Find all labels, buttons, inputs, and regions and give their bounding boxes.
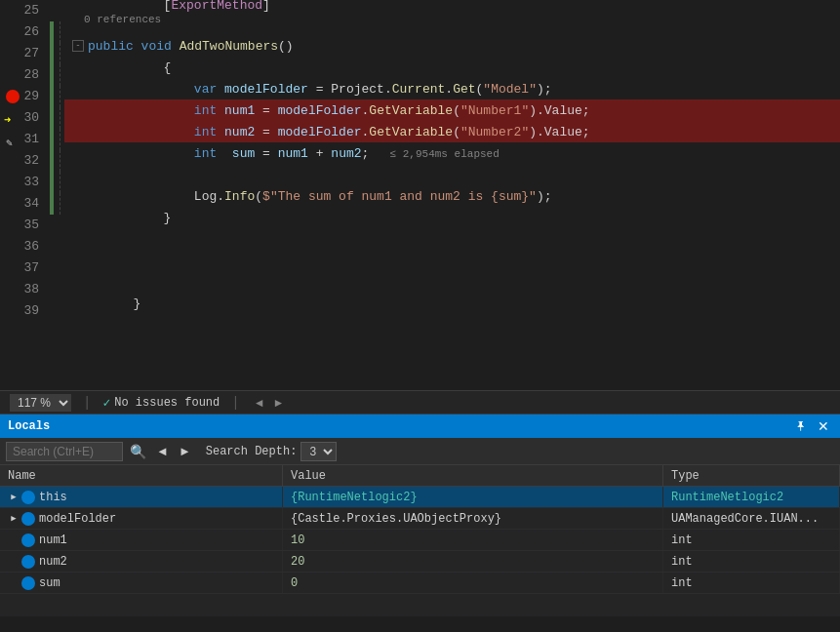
code-line-32 [64,164,840,185]
locals-close-button[interactable]: ✕ [815,419,832,433]
gutter-line-32: 32 [0,150,45,172]
collapse-toggle-26[interactable]: - [72,40,84,52]
expand-icon-this[interactable]: ▶ [8,492,20,503]
gutter-line-37: 37 [0,257,45,279]
locals-title-label: Locals [8,419,50,433]
table-body: ▶ this {RuntimeNetlogic2} RuntimeNetlogi… [0,487,840,616]
row-name-modelfolder: ▶ modelFolder [0,508,283,529]
sum-type: int [671,576,693,590]
modelfolder-value: {Castle.Proxies.UAObjectProxy} [291,512,501,526]
num2-icon [21,555,35,569]
code-content[interactable]: [ExportMethod] 0 references - public voi… [64,0,840,390]
locals-toolbar: 🔍 ◄ ► Search Depth: 1 2 3 4 5 [0,438,840,465]
num2-name: num2 [39,555,67,569]
nav-buttons: ◄ ► [252,396,287,410]
row-type-num2: int [663,551,840,572]
code-line-27: { [64,57,840,78]
num1-name: num1 [39,533,67,547]
pin-button[interactable]: 🖈 [791,419,811,433]
nav-fwd-locals[interactable]: ► [176,444,194,458]
status-bar: 75 % 100 % 117 % 125 % 150 % | ✓ No issu… [0,390,840,414]
locals-title-bar: Locals 🖈 ✕ [0,415,840,438]
code-line-26: - public void AddTwoNumbers () [64,35,840,57]
locals-search-input[interactable] [6,442,123,461]
close-brace-34: } [72,211,171,225]
gutter-line-25: 25 [0,0,45,21]
line-28-content: var modelFolder = Project.Current.Get("M… [72,82,552,97]
gutter-line-29[interactable]: 29 [0,86,45,107]
row-type-modelfolder: UAManagedCore.IUAN... [663,508,840,529]
issues-status: ✓ No issues found [102,395,220,411]
line-30-content: int num2 = modelFolder.GetVariable("Numb… [72,125,590,139]
gutter-line-27: 27 [0,43,45,64]
col-header-value: Value [283,465,663,486]
gutter-line-31: 31 [0,129,45,150]
open-brace-27: { [72,60,171,75]
modelfolder-type: UAManagedCore.IUAN... [671,512,819,526]
gutter-line-33: 33 [0,172,45,193]
code-line-33: Log.Info($"The sum of num1 and num2 is {… [64,185,840,207]
table-row[interactable]: ▶ num1 10 int [0,530,840,551]
this-value: {RuntimeNetlogic2} [291,491,418,504]
export-method-attr: [ExportMethod] [72,0,270,13]
this-icon [21,491,35,504]
code-line-38: } [64,293,840,314]
zoom-control: 75 % 100 % 117 % 125 % 150 % [10,394,71,412]
row-name-num2: ▶ num2 [0,551,283,572]
check-icon: ✓ [102,395,110,411]
line-numbers-gutter: 25 26 27 28 29 30 31 32 33 34 35 36 37 3… [0,0,49,390]
row-type-sum: int [663,573,840,593]
ref-count: 0 references [72,13,270,26]
nav-fwd-btn[interactable]: ► [271,396,287,410]
row-value-num1: 10 [283,530,663,550]
code-line-25: [ExportMethod] 0 references [64,0,840,21]
code-line-34: } [64,207,840,228]
void-keyword: void [141,39,180,54]
row-value-modelfolder: {Castle.Proxies.UAObjectProxy} [283,508,663,529]
indent-guide [55,0,64,390]
this-name: this [39,491,67,504]
num1-icon [21,533,35,547]
search-icon-btn[interactable]: 🔍 [127,444,149,459]
method-parens: () [278,39,294,54]
table-row[interactable]: ▶ modelFolder {Castle.Proxies.UAObjectPr… [0,508,840,530]
editor-area: 25 26 27 28 29 30 31 32 33 34 35 36 37 3… [0,0,840,390]
code-line-39 [64,314,840,336]
row-type-num1: int [663,530,840,550]
depth-select[interactable]: 1 2 3 4 5 [300,442,337,461]
col-header-type: Type [663,465,840,486]
gutter-line-35: 35 [0,215,45,236]
code-line-31: int sum = num1 + num2; ≤ 2,954ms elapsed [64,142,840,164]
row-value-num2: 20 [283,551,663,572]
sum-icon [21,576,35,590]
table-row[interactable]: ▶ num2 20 int [0,551,840,573]
public-keyword: public [88,39,141,54]
row-type-this: RuntimeNetlogic2 [663,487,840,507]
nav-back-btn[interactable]: ◄ [252,396,267,410]
row-value-sum: 0 [283,573,663,593]
modelfolder-name: modelFolder [39,512,116,526]
gutter-line-34: 34 [0,193,45,215]
zoom-select[interactable]: 75 % 100 % 117 % 125 % 150 % [10,394,71,412]
status-separator-2: | [231,395,239,411]
table-row[interactable]: ▶ sum 0 int [0,573,840,594]
method-name: AddTwoNumbers [180,39,278,54]
line-29-content: int num1 = modelFolder.GetVariable("Numb… [72,103,590,118]
table-row[interactable]: ▶ this {RuntimeNetlogic2} RuntimeNetlogi… [0,487,840,508]
nav-back-locals[interactable]: ◄ [153,444,172,458]
line-31-content: int sum = num1 + num2; ≤ 2,954ms elapsed [72,146,500,161]
status-separator-1: | [83,395,91,411]
code-line-30: int num2 = modelFolder.GetVariable("Numb… [64,121,840,142]
gutter-line-28: 28 [0,64,45,86]
row-name-sum: ▶ sum [0,573,283,593]
code-line-37 [64,271,840,293]
num2-value: 20 [291,555,304,569]
expand-icon-modelfolder[interactable]: ▶ [8,513,20,525]
gutter-line-36: 36 [0,236,45,257]
num1-type: int [671,533,693,547]
gutter-line-30: 30 [0,107,45,129]
row-name-num1: ▶ num1 [0,530,283,550]
code-line-28: var modelFolder = Project.Current.Get("M… [64,78,840,99]
locals-table: Name Value Type ▶ this {RuntimeNetlogic2… [0,465,840,616]
modelfolder-icon [21,512,35,526]
